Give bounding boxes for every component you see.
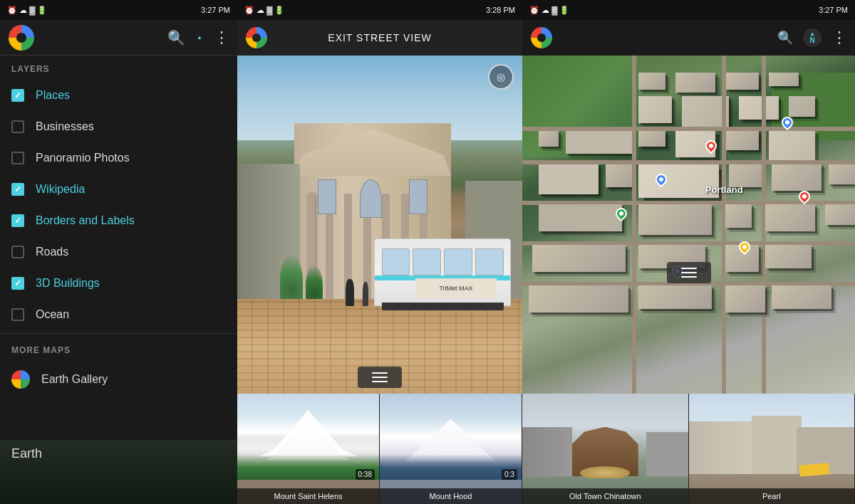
search-icon-p3[interactable]: 🔍 — [777, 30, 793, 46]
tram-max: TriMet MAX — [374, 238, 511, 306]
street-view-container[interactable]: TriMet MAX ◎ — [237, 56, 522, 394]
mount-saint-helens-bg — [237, 394, 379, 504]
building-tall-2 — [769, 130, 815, 161]
layer-label-ocean: Ocean — [36, 308, 69, 321]
thumbnail-mount-hood[interactable]: 0:3 Mount Hood — [380, 394, 522, 504]
more-maps-section-label: MORE MAPS — [0, 337, 237, 361]
exit-street-view-button[interactable]: EXIT STREET VIEW — [328, 32, 431, 43]
layer-item-roads[interactable]: Roads — [0, 236, 237, 268]
building-10 — [638, 130, 665, 147]
tram-window-2 — [413, 248, 441, 275]
search-icon-panel1[interactable]: 🔍 — [167, 29, 185, 46]
building-large-1 — [566, 130, 632, 154]
layer-item-ocean[interactable]: Ocean — [0, 299, 237, 330]
earth-label: Earth — [11, 446, 42, 461]
status-icons-left: ⏰ ☁ ▓ 🔋 — [7, 6, 47, 15]
tram-windows — [382, 248, 504, 275]
layer-label-buildings: 3D Buildings — [36, 277, 100, 290]
downtown-1 — [539, 164, 598, 194]
thumbnail-old-town-chinatown[interactable]: Old Town Chinatown — [522, 394, 689, 504]
menu-line-3 — [372, 381, 388, 382]
more-maps-item-earth-gallery[interactable]: Earth Gallery — [0, 361, 237, 398]
layer-item-wikipedia[interactable]: Wikipedia — [0, 174, 237, 205]
layer-item-buildings[interactable]: 3D Buildings — [0, 268, 237, 299]
tram-undercarriage — [382, 303, 504, 310]
alarm-icon-p3: ⏰ — [529, 6, 539, 14]
building-window-2 — [409, 179, 428, 214]
clock-panel3: 3:27 PM — [819, 6, 848, 14]
building-window-1 — [318, 179, 336, 214]
building-4 — [769, 73, 799, 86]
layer-item-places[interactable]: Places — [0, 80, 237, 111]
pearl-label: Pearl — [689, 488, 855, 504]
map-3d-panel: ⏰ ☁ ▓ 🔋 3:27 PM 🔍 N ⋮ — [522, 0, 855, 504]
chinatown-bldg-right — [646, 432, 688, 476]
header-icons-panel1: 🔍 ⋮ — [167, 28, 229, 47]
checkbox-businesses[interactable] — [11, 120, 24, 133]
portland-map-label: Portland — [705, 184, 743, 195]
map-header-icons: 🔍 N ⋮ — [777, 28, 846, 47]
battery-icon: 🔋 — [37, 6, 47, 14]
status-bar-panel2: ⏰ ☁ ▓ 🔋 3:28 PM — [237, 0, 522, 20]
checkbox-borders[interactable] — [11, 214, 24, 227]
pearl-bldg-1 — [689, 421, 755, 477]
thumbnail-pearl[interactable]: Pearl — [689, 394, 856, 504]
map-header: 🔍 N ⋮ — [522, 20, 855, 56]
checkbox-panoramio[interactable] — [11, 152, 24, 164]
person-silhouette-2 — [363, 282, 368, 305]
building-5 — [638, 96, 672, 123]
tram-window-4 — [475, 248, 504, 275]
layer-label-panoramio: Panoramio Photos — [36, 152, 130, 164]
map-3d-container[interactable]: Portland — [522, 56, 855, 394]
clock-panel2: 3:28 PM — [486, 6, 515, 14]
tree-left — [280, 255, 303, 305]
more-options-icon-p3[interactable]: ⋮ — [831, 28, 846, 47]
thumbnail-mount-saint-helens[interactable]: 0:38 Mount Saint Helens — [237, 394, 380, 504]
chinatown-bldg-left — [522, 427, 572, 477]
wifi-icon-p2: ☁ — [256, 6, 264, 14]
layer-item-panoramio[interactable]: Panoramio Photos — [0, 142, 237, 174]
street-view-background: TriMet MAX ◎ — [237, 56, 522, 394]
building-pediment — [294, 123, 451, 176]
street-view-panel: ⏰ ☁ ▓ 🔋 3:28 PM EXIT STREET VIEW — [237, 0, 522, 504]
checkbox-places[interactable] — [11, 89, 24, 102]
checkbox-ocean[interactable] — [11, 308, 24, 321]
app-logo-panel1 — [9, 25, 34, 51]
street-view-compass: ◎ — [488, 64, 514, 90]
globe-icon — [11, 370, 30, 389]
tram-destination: TriMet MAX — [415, 278, 497, 298]
building-1 — [638, 73, 665, 90]
clock-panel1: 3:27 PM — [201, 6, 230, 14]
checkbox-roads[interactable] — [11, 246, 24, 258]
alarm-icon: ⏰ — [7, 6, 17, 14]
map-menu-button[interactable] — [667, 262, 711, 283]
building-11 — [725, 130, 759, 151]
app-logo-panel2 — [246, 27, 267, 48]
tram-body: TriMet MAX — [374, 238, 511, 306]
checkbox-wikipedia[interactable] — [11, 183, 24, 196]
layer-item-businesses[interactable]: Businesses — [0, 111, 237, 142]
street-view-header: EXIT STREET VIEW — [237, 20, 522, 56]
layer-label-borders: Borders and Labels — [36, 214, 135, 227]
building-9 — [539, 130, 559, 147]
more-maps-label-earth-gallery: Earth Gallery — [41, 373, 108, 386]
compass-icon-panel1[interactable] — [197, 35, 202, 41]
layer-item-borders[interactable]: Borders and Labels — [0, 205, 237, 236]
map-menu-line-3 — [681, 276, 697, 278]
more-options-icon-panel1[interactable]: ⋮ — [214, 28, 229, 47]
layer-label-places: Places — [36, 89, 70, 102]
checkbox-buildings[interactable] — [11, 277, 24, 290]
app-header-panel1: 🔍 ⋮ — [0, 20, 237, 56]
divider-layers-more — [0, 333, 237, 334]
signal-icon-p3: ▓ — [551, 6, 557, 14]
helens-timer: 0:38 — [356, 469, 375, 480]
building-window-center — [360, 179, 382, 218]
north-compass-p3[interactable]: N — [803, 28, 822, 47]
signal-icon: ▓ — [29, 6, 35, 14]
map-menu-line-2 — [681, 272, 697, 273]
mount-hood-bg — [380, 394, 522, 504]
hood-label: Mount Hood — [380, 488, 522, 504]
battery-icon-p3: 🔋 — [559, 6, 569, 14]
mid-1 — [539, 204, 622, 231]
street-view-menu-button[interactable] — [358, 367, 402, 388]
